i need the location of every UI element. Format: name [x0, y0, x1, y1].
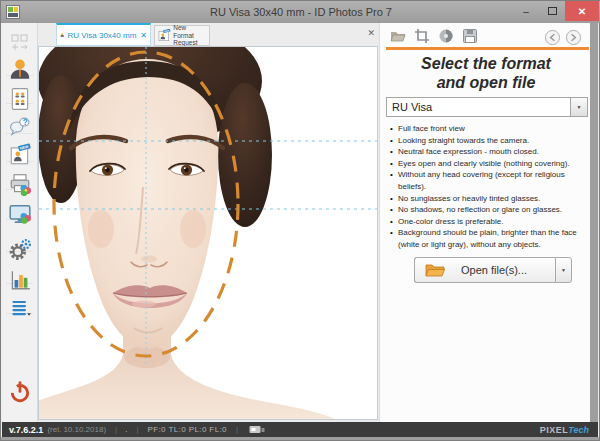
tabbar-close-icon[interactable]: ✕	[367, 28, 375, 38]
photo-canvas[interactable]	[38, 46, 378, 420]
tab-close-icon[interactable]: ✕	[140, 31, 147, 40]
requirement-item: Background should be plain, brighter tha…	[389, 227, 588, 250]
panel-toolbar	[380, 27, 592, 45]
close-button[interactable]: ✕	[565, 1, 599, 21]
open-files-label: Open file(s)...	[445, 264, 555, 276]
new-format-photo-icon[interactable]: NEW	[8, 143, 32, 167]
layout-grid-icon[interactable]	[8, 31, 32, 55]
gears-icon[interactable]	[8, 237, 32, 261]
statusbar-separator: |	[115, 425, 117, 434]
status-indicator-icon	[249, 425, 265, 435]
monitor-colors-icon[interactable]	[8, 202, 32, 226]
pixeltech-logo: PIXELTech	[540, 425, 589, 435]
folder-icon	[425, 262, 445, 278]
sidebar: ? NEW	[2, 23, 38, 422]
tab-ru-visa[interactable]: RU Visa 30x40 mm ✕	[56, 23, 151, 46]
printer-colors-icon[interactable]	[8, 172, 32, 196]
person-icon[interactable]	[8, 57, 32, 81]
chevron-down-icon: ▼	[561, 267, 566, 273]
open-folder-icon[interactable]	[390, 28, 406, 44]
forward-icon[interactable]	[565, 29, 582, 46]
statusbar-separator: |	[236, 425, 238, 434]
requirement-item: Neutral face expression - mouth closed.	[389, 146, 588, 158]
statusbar: v.7.6.2.1 (rel. 10.10.2018) | . | PF:0 T…	[2, 422, 598, 437]
app-window: RU Visa 30x40 mm - ID Photos Pro 7 – ✕	[0, 0, 600, 441]
menu-icon[interactable]	[8, 296, 32, 320]
release-date-label: (rel. 10.10.2018)	[47, 425, 106, 434]
statusbar-separator: |	[136, 425, 138, 434]
person-icon	[60, 28, 65, 42]
titlebar: RU Visa 30x40 mm - ID Photos Pro 7 – ✕	[1, 1, 600, 23]
tab-label: New FormatRequest	[173, 24, 207, 47]
format-panel: Select the format and open file RU Visa …	[379, 23, 592, 422]
accent-divider	[386, 47, 589, 50]
svg-text:?: ?	[23, 118, 28, 127]
open-files-button[interactable]: Open file(s)...	[414, 257, 555, 283]
requirement-item: One-color dress is preferable.	[389, 216, 588, 228]
window-border	[1, 437, 599, 440]
crop-icon[interactable]	[414, 28, 430, 44]
statusbar-dot: .	[125, 425, 127, 434]
format-dropdown-value: RU Visa	[387, 101, 570, 113]
requirement-item: No shadows, no reflection or glare on gl…	[389, 204, 588, 216]
requirement-item: Full face front view	[389, 123, 588, 135]
power-icon[interactable]	[8, 380, 32, 404]
requirement-item: No sunglasses or heavily tinted glasses.	[389, 193, 588, 205]
requirement-item: Without any head covering (except for re…	[389, 169, 588, 192]
maximize-icon	[548, 7, 557, 15]
open-files-dropdown[interactable]: ▼	[555, 257, 572, 283]
chat-question-icon[interactable]: ?	[8, 115, 32, 139]
counters-label: PF:0 TL:0 PL:0 FL:0	[147, 425, 227, 434]
back-icon[interactable]	[544, 29, 561, 46]
new-format-photo-icon: NEW	[157, 28, 171, 43]
version-label: v.7.6.2.1	[9, 425, 43, 435]
minimize-button[interactable]: –	[513, 1, 539, 21]
print-sheet-icon[interactable]	[8, 87, 32, 111]
panel-heading: Select the format and open file	[380, 54, 592, 92]
color-wheel-icon[interactable]	[438, 28, 454, 44]
chevron-down-icon[interactable]: ▼	[570, 98, 587, 116]
requirement-item: Eyes open and clearly visible (nothing c…	[389, 158, 588, 170]
tab-new-format-request[interactable]: NEW New FormatRequest	[154, 25, 210, 46]
save-icon[interactable]	[462, 28, 478, 44]
window-title: RU Visa 30x40 mm - ID Photos Pro 7	[1, 6, 600, 18]
app-logo-icon	[6, 5, 20, 19]
tab-label: RU Visa 30x40 mm	[68, 31, 137, 40]
maximize-button[interactable]	[539, 1, 565, 21]
window-border	[590, 23, 598, 422]
requirements-list: Full face front view Looking straight to…	[389, 123, 588, 251]
requirement-item: Looking straight towards the camera.	[389, 135, 588, 147]
statistics-chart-icon[interactable]	[8, 268, 32, 292]
portrait-preview	[39, 47, 377, 419]
tabbar: RU Visa 30x40 mm ✕ NEW New FormatRequest…	[38, 23, 379, 46]
format-dropdown[interactable]: RU Visa ▼	[386, 97, 588, 117]
